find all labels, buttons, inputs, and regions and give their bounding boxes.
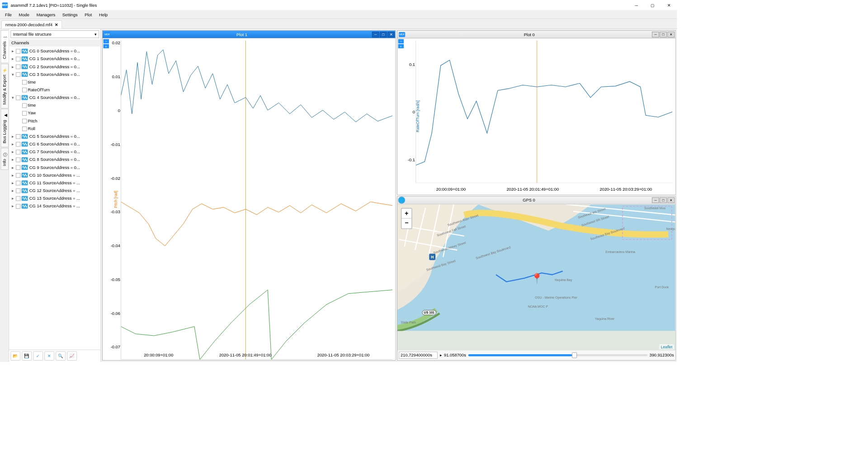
checkbox[interactable] xyxy=(22,111,27,115)
tree-item[interactable]: time xyxy=(9,102,100,109)
plot1-titlebar[interactable]: MDF Plot 1 ─ □ ✕ xyxy=(103,31,395,38)
tree-item[interactable]: ▸CG 12 SourceAddress = ... xyxy=(9,187,100,194)
file-tab[interactable]: nmea-2000-decoded.mf4 ✕ xyxy=(1,20,62,28)
check-button[interactable]: ✓ xyxy=(33,352,43,361)
plot1-close-button[interactable]: ✕ xyxy=(387,32,395,37)
checkbox[interactable] xyxy=(16,157,20,162)
checkbox[interactable] xyxy=(22,118,27,123)
clear-button[interactable]: ✕ xyxy=(44,352,54,361)
channel-tree[interactable]: ▸CG 0 SourceAddress = 0...▸CG 1 SourceAd… xyxy=(9,47,100,350)
expand-icon[interactable]: ＋ xyxy=(398,44,404,48)
checkbox[interactable] xyxy=(16,64,20,69)
gps-window[interactable]: 🌐 GPS 0 ─ □ ✕ xyxy=(397,196,675,361)
checkbox[interactable] xyxy=(22,127,27,131)
plot1-body[interactable]: − ＋ Pitch [rad] 0.020.010-0.01-0.02-0.03… xyxy=(103,38,395,360)
plot-button[interactable]: 📈 xyxy=(67,352,77,361)
leaflet-attribution[interactable]: Leaflet xyxy=(660,344,674,349)
tree-item[interactable]: ▸CG 2 SourceAddress = 0... xyxy=(9,63,100,70)
plot0-titlebar[interactable]: MDF Plot 0 ─ □ ✕ xyxy=(397,31,675,38)
rail-tab-channels[interactable]: Channels〰 xyxy=(0,30,8,63)
close-button[interactable]: ✕ xyxy=(661,0,677,10)
plot0-close-button[interactable]: ✕ xyxy=(668,32,675,37)
checkbox[interactable] xyxy=(22,80,27,84)
menu-plot[interactable]: Plot xyxy=(81,11,95,19)
route-shield: US 101 xyxy=(422,310,436,315)
tree-item-label: Yaw xyxy=(28,111,36,116)
rail-tab-info[interactable]: Infoⓘ xyxy=(0,148,8,170)
tree-item[interactable]: ▸CG 0 SourceAddress = 0... xyxy=(9,47,100,55)
tree-item[interactable]: ▸CG 14 SourceAddress = ... xyxy=(9,202,100,210)
tree-item[interactable]: ▸CG 8 SourceAddress = 0... xyxy=(9,156,100,164)
gps-max-button[interactable]: □ xyxy=(660,197,667,203)
tree-item[interactable]: ▸CG 9 SourceAddress = 0... xyxy=(9,164,100,171)
menu-managers[interactable]: Managers xyxy=(33,11,59,19)
menu-mode[interactable]: Mode xyxy=(15,11,33,19)
checkbox[interactable] xyxy=(22,103,27,108)
plot0-min-button[interactable]: ─ xyxy=(652,32,659,37)
gps-titlebar[interactable]: 🌐 GPS 0 ─ □ ✕ xyxy=(397,197,675,204)
rail-tab-bus-logging[interactable]: Bus Logging▶ xyxy=(0,109,8,147)
checkbox[interactable] xyxy=(16,165,20,169)
checkbox[interactable] xyxy=(16,204,20,208)
save-button[interactable]: 💾 xyxy=(22,352,32,361)
tree-item[interactable]: time xyxy=(9,78,100,86)
plot1-max-button[interactable]: □ xyxy=(380,32,387,37)
structure-select[interactable]: Internal file structure ▾ xyxy=(10,30,99,38)
checkbox[interactable] xyxy=(16,72,20,77)
tree-item[interactable]: ▸CG 11 SourceAddress = ... xyxy=(9,179,100,187)
plot0-body[interactable]: − ＋ RateOfTurn [rad/s] 0.10-0.1 20:00:09… xyxy=(397,38,675,194)
checkbox[interactable] xyxy=(22,88,27,92)
tree-item[interactable]: Pitch xyxy=(9,117,100,125)
channel-icon xyxy=(22,157,28,162)
collapse-icon[interactable]: − xyxy=(398,39,404,43)
rail-tab-modify-export[interactable]: Modify & Export⚡ xyxy=(0,64,8,108)
tree-item[interactable]: ▸CG 7 SourceAddress = 0... xyxy=(9,148,100,156)
plot1-min-button[interactable]: ─ xyxy=(372,32,379,37)
maximize-button[interactable]: ▢ xyxy=(645,0,661,10)
checkbox[interactable] xyxy=(16,196,20,201)
tree-item-label: CG 12 SourceAddress = ... xyxy=(29,188,80,193)
gps-min-button[interactable]: ─ xyxy=(652,197,659,203)
plot1-title: Plot 1 xyxy=(112,32,372,37)
plot0-window[interactable]: MDF Plot 0 ─ □ ✕ − ＋ RateOfTurn [rad/s] … xyxy=(397,30,675,195)
channel-icon xyxy=(22,49,28,54)
menu-settings[interactable]: Settings xyxy=(59,11,81,19)
tree-item[interactable]: ▸CG 1 SourceAddress = 0... xyxy=(9,55,100,63)
checkbox[interactable] xyxy=(16,150,20,154)
expand-icon[interactable]: ＋ xyxy=(104,44,109,48)
gps-close-button[interactable]: ✕ xyxy=(668,197,675,203)
menu-file[interactable]: File xyxy=(1,11,15,19)
checkbox[interactable] xyxy=(16,56,20,61)
zoom-in-button[interactable]: + xyxy=(401,208,411,218)
checkbox[interactable] xyxy=(16,95,20,100)
minimize-button[interactable]: ─ xyxy=(628,0,645,10)
open-button[interactable]: 📂 xyxy=(10,352,20,361)
close-tab-icon[interactable]: ✕ xyxy=(55,22,58,27)
checkbox[interactable] xyxy=(16,134,20,139)
plot0-max-button[interactable]: □ xyxy=(660,32,667,37)
checkbox[interactable] xyxy=(16,49,20,53)
plot1-window[interactable]: MDF Plot 1 ─ □ ✕ − ＋ Pitch [rad] 0.020.0… xyxy=(102,30,396,361)
menu-help[interactable]: Help xyxy=(95,11,111,19)
tree-item[interactable]: ▸CG 10 SourceAddress = ... xyxy=(9,171,100,179)
tree-item[interactable]: ▸CG 5 SourceAddress = 0... xyxy=(9,132,100,140)
tree-item[interactable]: RateOfTurn xyxy=(9,86,100,94)
zoom-out-button[interactable]: − xyxy=(401,218,411,228)
gps-start-input[interactable] xyxy=(399,352,438,359)
tree-item[interactable]: ▾CG 3 SourceAddress = 0... xyxy=(9,70,100,78)
tree-item[interactable]: ▸CG 13 SourceAddress = ... xyxy=(9,195,100,202)
gps-time-slider[interactable] xyxy=(468,354,647,356)
checkbox[interactable] xyxy=(16,173,20,178)
tree-item[interactable]: ▸CG 6 SourceAddress = 0... xyxy=(9,140,100,148)
checkbox[interactable] xyxy=(16,188,20,193)
map-canvas[interactable]: + − 📍 Leaflet Southeast 4th StreetSouthe… xyxy=(397,204,675,350)
tree-item[interactable]: ▾CG 4 SourceAddress = 0... xyxy=(9,94,100,101)
tree-item[interactable]: Roll xyxy=(9,125,100,132)
checkbox[interactable] xyxy=(16,142,20,146)
tree-item[interactable]: Yaw xyxy=(9,109,100,117)
checkbox[interactable] xyxy=(16,181,20,185)
chevron-down-icon: ▾ xyxy=(94,32,97,37)
search-button[interactable]: 🔍 xyxy=(56,352,66,361)
tree-item-label: CG 2 SourceAddress = 0... xyxy=(29,64,80,69)
collapse-icon[interactable]: − xyxy=(104,39,109,43)
